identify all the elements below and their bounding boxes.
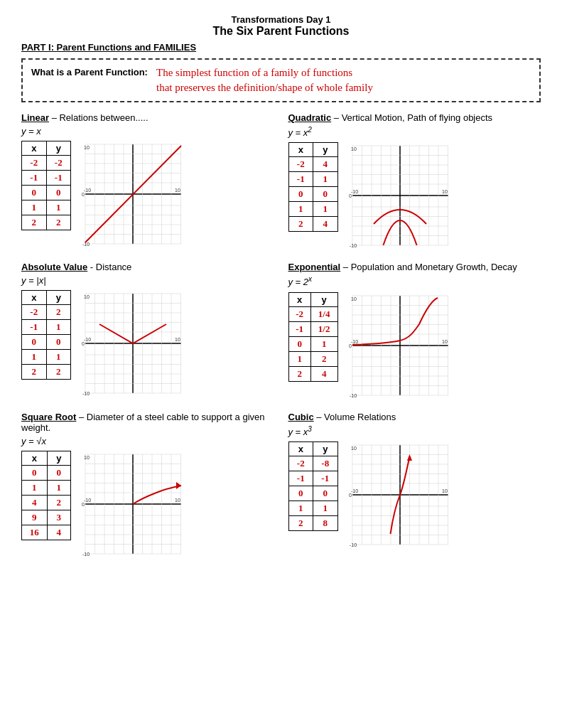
svg-text:10: 10 (175, 337, 180, 342)
linear-table: xy -2-2 -1-1 00 11 22 (21, 141, 71, 230)
svg-text:10: 10 (84, 294, 90, 299)
svg-text:-10: -10 (351, 339, 358, 344)
svg-text:-10: -10 (351, 189, 358, 194)
squareroot-equation: y = √x (21, 436, 274, 446)
quadratic-title: Quadratic – Vertical Motion, Path of fly… (288, 112, 541, 123)
exponential-equation: y = 2x (288, 275, 541, 287)
quadratic-table: xy -24 -11 00 11 24 (288, 142, 338, 232)
cubic-table: xy -2-8 -1-1 00 11 28 (288, 441, 338, 531)
parent-function-label: What is a Parent Function: (31, 65, 148, 77)
squareroot-table: xy 00 11 42 93 164 (21, 451, 71, 540)
function-squareroot: Square Root – Diameter of a steel cable … (21, 412, 274, 557)
cubic-graph: 0 10 -10 10 -10 (345, 441, 452, 548)
svg-text:10: 10 (175, 188, 180, 193)
function-exponential: Exponential – Population and Monetary Gr… (288, 262, 541, 398)
svg-text:-10: -10 (82, 391, 90, 396)
function-quadratic: Quadratic – Vertical Motion, Path of fly… (288, 112, 541, 249)
svg-text:0: 0 (82, 192, 85, 197)
svg-text:10: 10 (351, 146, 357, 151)
squareroot-title: Square Root – Diameter of a steel cable … (21, 412, 274, 433)
linear-equation: y = x (21, 126, 274, 136)
svg-text:10: 10 (442, 189, 448, 194)
quadratic-equation: y = x2 (288, 126, 541, 138)
quadratic-content: xy -24 -11 00 11 24 (288, 142, 541, 249)
svg-text:10: 10 (351, 446, 357, 451)
parent-function-box: What is a Parent Function: The simplest … (21, 58, 541, 102)
svg-text:0: 0 (349, 493, 352, 498)
function-absolute: Absolute Value - Distance y = |x| xy -22… (21, 262, 274, 398)
svg-text:-10: -10 (351, 488, 358, 493)
exponential-table: xy -21/4 -11/2 01 12 24 (288, 292, 338, 382)
squareroot-graph: 0 10 -10 10 -10 (78, 451, 185, 557)
svg-text:10: 10 (351, 296, 357, 301)
svg-marker-164 (407, 454, 412, 461)
function-linear: Linear – Relations between..... y = x xy… (21, 112, 274, 249)
svg-text:10: 10 (442, 339, 448, 344)
absolute-table: xy -22 -11 00 11 22 (21, 290, 71, 380)
exponential-content: xy -21/4 -11/2 01 12 24 (288, 292, 541, 399)
svg-text:-10: -10 (82, 552, 90, 557)
svg-text:0: 0 (82, 341, 85, 346)
cubic-title: Cubic – Volume Relations (288, 412, 541, 422)
linear-title: Linear – Relations between..... (21, 112, 274, 123)
exponential-title: Exponential – Population and Monetary Gr… (288, 262, 541, 272)
part1-header: PART I: Parent Functions and FAMILIES (21, 42, 541, 53)
absolute-equation: y = |x| (21, 275, 274, 286)
absolute-content: xy -22 -11 00 11 22 (21, 290, 274, 397)
svg-text:-10: -10 (84, 188, 91, 193)
linear-graph: 0 10 -10 10 -10 (78, 141, 185, 247)
function-cubic: Cubic – Volume Relations y = x3 xy -2-8 … (288, 412, 541, 557)
exponential-graph: 0 10 -10 10 -10 (345, 292, 452, 399)
page-title: Transformations Day 1 The Six Parent Fun… (21, 14, 541, 38)
linear-content: xy -2-2 -1-1 00 11 22 (21, 141, 274, 247)
functions-grid: Linear – Relations between..... y = x xy… (21, 112, 541, 557)
svg-text:0: 0 (349, 343, 352, 348)
svg-text:10: 10 (84, 455, 90, 460)
cubic-content: xy -2-8 -1-1 00 11 28 (288, 441, 541, 548)
cubic-equation: y = x3 (288, 425, 541, 437)
svg-text:-10: -10 (350, 243, 357, 248)
svg-text:-10: -10 (350, 393, 357, 398)
svg-text:10: 10 (442, 488, 448, 493)
title-line2: The Six Parent Functions (21, 25, 541, 38)
svg-text:-10: -10 (350, 542, 357, 547)
svg-text:10: 10 (84, 145, 90, 150)
squareroot-content: xy 00 11 42 93 164 (21, 451, 274, 557)
svg-text:-10: -10 (84, 337, 91, 342)
absolute-graph: 0 10 -10 10 -10 (78, 290, 185, 397)
svg-text:10: 10 (175, 498, 180, 503)
absolute-title: Absolute Value - Distance (21, 262, 274, 272)
svg-text:0: 0 (82, 502, 85, 507)
svg-text:-10: -10 (84, 498, 91, 503)
svg-text:0: 0 (349, 193, 352, 198)
parent-function-answer: The simplest function of a family of fun… (156, 65, 373, 95)
title-line1: Transformations Day 1 (21, 14, 541, 25)
quadratic-graph: 0 10 -10 10 -10 (345, 142, 452, 249)
